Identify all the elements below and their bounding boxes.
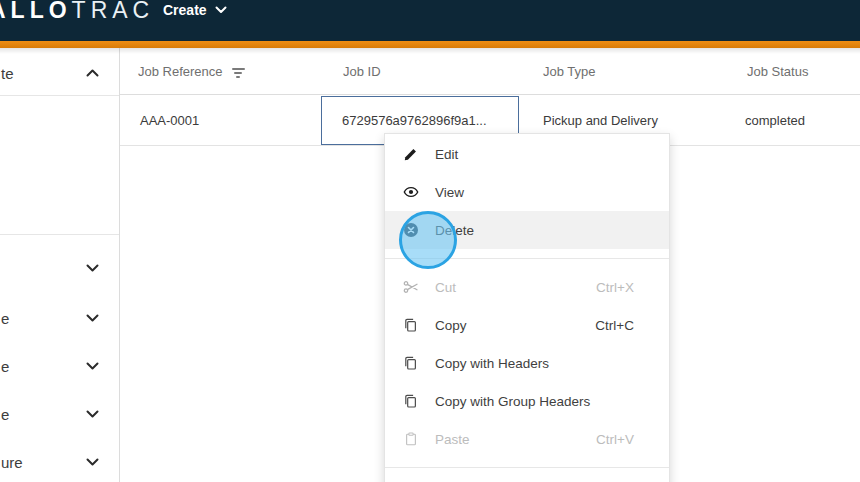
accent-bar	[0, 41, 860, 48]
job-reference-cell[interactable]: AAA-0001	[140, 95, 199, 146]
sidebar-divider	[0, 95, 119, 96]
menu-item-label: View	[435, 185, 464, 200]
app-logo: ALLOTRAC	[0, 0, 154, 25]
context-menu-item-copy-with-group-headers[interactable]: Copy with Group Headers	[385, 382, 669, 420]
context-menu-item-view[interactable]: View	[385, 173, 669, 211]
menu-item-shortcut: Ctrl+C	[595, 318, 634, 333]
menu-item-label: Delete	[435, 223, 474, 238]
app-window: ALLOTRAC Create te e	[0, 0, 860, 482]
sidebar-item-3[interactable]: e	[0, 351, 119, 381]
chevron-down-icon	[86, 314, 99, 322]
menu-item-label: Paste	[435, 432, 470, 447]
scissors-icon	[402, 279, 419, 296]
pencil-icon	[402, 146, 419, 163]
column-header-label: Job Reference	[138, 64, 223, 79]
menu-separator	[385, 467, 669, 468]
copy-icon	[402, 393, 419, 410]
sidebar-item-0[interactable]: te	[0, 58, 119, 88]
delete-circle-icon	[402, 222, 419, 239]
sidebar-item-label: te	[1, 65, 14, 82]
menu-item-shortcut: Ctrl+X	[596, 280, 634, 295]
chevron-up-icon	[86, 69, 99, 77]
sidebar-item-5[interactable]: ure	[0, 447, 119, 477]
copy-icon	[402, 355, 419, 372]
sidebar-item-label: ure	[1, 454, 23, 471]
menu-item-label: Copy with Headers	[435, 356, 549, 371]
menu-item-label: Copy	[435, 318, 467, 333]
top-nav-bar: ALLOTRAC Create	[0, 0, 860, 41]
chevron-down-icon	[86, 362, 99, 370]
filter-icon[interactable]	[232, 68, 245, 78]
column-header-job-status[interactable]: Job Status	[747, 48, 808, 95]
menu-item-label: Edit	[435, 147, 458, 162]
column-header-label: Job ID	[343, 64, 381, 79]
context-menu-item-edit[interactable]: Edit	[385, 135, 669, 173]
sidebar: te e e e	[0, 48, 120, 482]
logo-text-bold: ALLO	[0, 0, 72, 23]
context-menu-item-delete[interactable]: Delete	[385, 211, 669, 249]
context-menu: Edit View Delete Cut Ctrl+X	[384, 133, 670, 482]
job-status-cell[interactable]: completed	[745, 95, 805, 146]
sidebar-item-label: e	[1, 358, 9, 375]
chevron-down-icon	[86, 410, 99, 418]
column-header-job-reference[interactable]: Job Reference	[138, 48, 245, 95]
sidebar-item-4[interactable]: e	[0, 399, 119, 429]
menu-item-label: Copy with Group Headers	[435, 394, 590, 409]
sidebar-item-label: e	[1, 310, 9, 327]
create-menu-button[interactable]: Create	[163, 2, 227, 18]
create-menu-label: Create	[163, 2, 207, 18]
menu-item-label: Cut	[435, 280, 456, 295]
grid-header-row: Job Reference Job ID Job Type Job Status	[120, 48, 860, 95]
sidebar-divider	[0, 234, 119, 235]
eye-icon	[402, 184, 419, 201]
copy-icon	[402, 317, 419, 334]
logo-text-light: TRAC	[72, 0, 155, 23]
context-menu-item-cut[interactable]: Cut Ctrl+X	[385, 268, 669, 306]
sidebar-item-1[interactable]	[0, 253, 119, 283]
chevron-down-icon	[215, 6, 227, 14]
menu-item-shortcut: Ctrl+V	[596, 432, 634, 447]
context-menu-item-copy[interactable]: Copy Ctrl+C	[385, 306, 669, 344]
column-header-job-type[interactable]: Job Type	[543, 48, 596, 95]
column-header-label: Job Type	[543, 64, 596, 79]
column-header-label: Job Status	[747, 64, 808, 79]
clipboard-icon	[402, 431, 419, 448]
sidebar-item-label: e	[1, 406, 9, 423]
chevron-down-icon	[86, 458, 99, 466]
sidebar-item-2[interactable]: e	[0, 303, 119, 333]
menu-separator	[385, 258, 669, 259]
context-menu-item-copy-with-headers[interactable]: Copy with Headers	[385, 344, 669, 382]
context-menu-item-paste[interactable]: Paste Ctrl+V	[385, 420, 669, 458]
column-header-job-id[interactable]: Job ID	[343, 48, 381, 95]
chevron-down-icon	[86, 264, 99, 272]
